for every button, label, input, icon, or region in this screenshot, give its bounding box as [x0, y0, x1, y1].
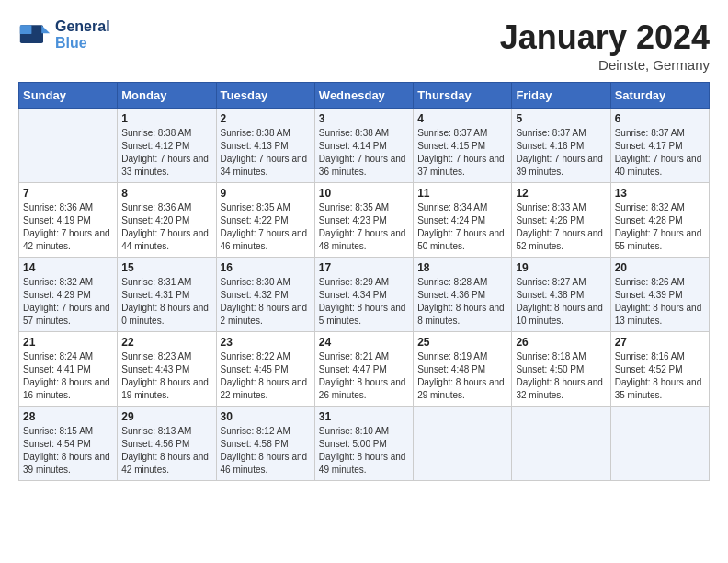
header-sunday: Sunday	[19, 83, 118, 109]
calendar-cell: 13Sunrise: 8:32 AMSunset: 4:28 PMDayligh…	[610, 183, 709, 258]
calendar-cell: 20Sunrise: 8:26 AMSunset: 4:39 PMDayligh…	[610, 258, 709, 332]
day-number: 27	[615, 336, 705, 349]
day-number: 6	[615, 112, 705, 125]
month-title: January 2024	[500, 18, 710, 57]
day-info: Sunrise: 8:10 AMSunset: 5:00 PMDaylight:…	[319, 425, 409, 477]
calendar-cell: 8Sunrise: 8:36 AMSunset: 4:20 PMDaylight…	[118, 183, 216, 258]
day-info: Sunrise: 8:36 AMSunset: 4:20 PMDaylight:…	[121, 201, 211, 253]
calendar-cell: 21Sunrise: 8:24 AMSunset: 4:41 PMDayligh…	[19, 332, 118, 407]
calendar-cell: 5Sunrise: 8:37 AMSunset: 4:16 PMDaylight…	[512, 109, 610, 183]
calendar-cell: 7Sunrise: 8:36 AMSunset: 4:19 PMDaylight…	[19, 183, 118, 258]
day-number: 21	[23, 336, 113, 349]
logo-text: General Blue	[55, 18, 110, 51]
day-number: 9	[221, 187, 311, 200]
day-info: Sunrise: 8:32 AMSunset: 4:29 PMDaylight:…	[23, 276, 113, 327]
day-info: Sunrise: 8:24 AMSunset: 4:41 PMDaylight:…	[23, 350, 113, 402]
calendar-cell: 16Sunrise: 8:30 AMSunset: 4:32 PMDayligh…	[216, 258, 314, 332]
day-number: 12	[516, 187, 606, 200]
day-info: Sunrise: 8:37 AMSunset: 4:16 PMDaylight:…	[516, 127, 606, 178]
day-info: Sunrise: 8:27 AMSunset: 4:38 PMDaylight:…	[516, 276, 606, 327]
calendar-cell	[19, 109, 118, 183]
calendar-cell: 19Sunrise: 8:27 AMSunset: 4:38 PMDayligh…	[512, 258, 610, 332]
day-number: 5	[516, 112, 606, 125]
calendar-cell	[512, 407, 610, 481]
logo-icon	[18, 18, 51, 52]
day-info: Sunrise: 8:34 AMSunset: 4:24 PMDaylight:…	[417, 201, 507, 253]
day-info: Sunrise: 8:19 AMSunset: 4:48 PMDaylight:…	[417, 350, 507, 402]
day-info: Sunrise: 8:32 AMSunset: 4:28 PMDaylight:…	[615, 201, 705, 253]
day-number: 19	[516, 261, 606, 274]
day-number: 30	[221, 410, 311, 423]
calendar-cell: 3Sunrise: 8:38 AMSunset: 4:14 PMDaylight…	[314, 109, 413, 183]
calendar-week-2: 7Sunrise: 8:36 AMSunset: 4:19 PMDaylight…	[19, 183, 710, 258]
day-number: 7	[23, 187, 113, 200]
calendar-cell: 1Sunrise: 8:38 AMSunset: 4:12 PMDaylight…	[118, 109, 216, 183]
day-info: Sunrise: 8:37 AMSunset: 4:15 PMDaylight:…	[417, 127, 507, 178]
calendar-cell: 6Sunrise: 8:37 AMSunset: 4:17 PMDaylight…	[610, 109, 709, 183]
day-number: 2	[221, 112, 311, 125]
day-number: 14	[23, 261, 113, 274]
day-number: 22	[121, 336, 211, 349]
day-number: 26	[516, 336, 606, 349]
calendar-cell	[414, 407, 512, 481]
calendar-cell	[610, 407, 709, 481]
day-info: Sunrise: 8:35 AMSunset: 4:23 PMDaylight:…	[319, 201, 409, 253]
calendar-week-4: 21Sunrise: 8:24 AMSunset: 4:41 PMDayligh…	[19, 332, 710, 407]
day-info: Sunrise: 8:23 AMSunset: 4:43 PMDaylight:…	[121, 350, 211, 402]
day-info: Sunrise: 8:38 AMSunset: 4:14 PMDaylight:…	[319, 127, 409, 178]
day-info: Sunrise: 8:12 AMSunset: 4:58 PMDaylight:…	[221, 425, 311, 477]
header-thursday: Thursday	[414, 83, 512, 109]
header-friday: Friday	[512, 83, 610, 109]
day-number: 17	[319, 261, 409, 274]
day-number: 10	[319, 187, 409, 200]
day-info: Sunrise: 8:13 AMSunset: 4:56 PMDaylight:…	[121, 425, 211, 477]
day-number: 4	[417, 112, 507, 125]
calendar-week-3: 14Sunrise: 8:32 AMSunset: 4:29 PMDayligh…	[19, 258, 710, 332]
header-saturday: Saturday	[610, 83, 709, 109]
day-info: Sunrise: 8:16 AMSunset: 4:52 PMDaylight:…	[615, 350, 705, 402]
day-info: Sunrise: 8:18 AMSunset: 4:50 PMDaylight:…	[516, 350, 606, 402]
calendar-cell: 31Sunrise: 8:10 AMSunset: 5:00 PMDayligh…	[314, 407, 413, 481]
page-header: General Blue January 2024 Deinste, Germa…	[18, 18, 710, 73]
calendar-cell: 15Sunrise: 8:31 AMSunset: 4:31 PMDayligh…	[118, 258, 216, 332]
title-block: January 2024 Deinste, Germany	[500, 18, 710, 73]
calendar-cell: 18Sunrise: 8:28 AMSunset: 4:36 PMDayligh…	[414, 258, 512, 332]
day-info: Sunrise: 8:38 AMSunset: 4:13 PMDaylight:…	[221, 127, 311, 178]
day-number: 15	[121, 261, 211, 274]
day-info: Sunrise: 8:30 AMSunset: 4:32 PMDaylight:…	[221, 276, 311, 327]
day-info: Sunrise: 8:38 AMSunset: 4:12 PMDaylight:…	[121, 127, 211, 178]
header-tuesday: Tuesday	[216, 83, 314, 109]
svg-rect-2	[20, 25, 32, 34]
day-info: Sunrise: 8:26 AMSunset: 4:39 PMDaylight:…	[615, 276, 705, 327]
day-number: 11	[417, 187, 507, 200]
day-number: 3	[319, 112, 409, 125]
day-number: 16	[221, 261, 311, 274]
calendar-cell: 23Sunrise: 8:22 AMSunset: 4:45 PMDayligh…	[216, 332, 314, 407]
header-monday: Monday	[118, 83, 216, 109]
calendar-table: SundayMondayTuesdayWednesdayThursdayFrid…	[18, 82, 710, 481]
calendar-cell: 14Sunrise: 8:32 AMSunset: 4:29 PMDayligh…	[19, 258, 118, 332]
day-info: Sunrise: 8:33 AMSunset: 4:26 PMDaylight:…	[516, 201, 606, 253]
calendar-cell: 29Sunrise: 8:13 AMSunset: 4:56 PMDayligh…	[118, 407, 216, 481]
day-info: Sunrise: 8:36 AMSunset: 4:19 PMDaylight:…	[23, 201, 113, 253]
day-number: 1	[121, 112, 211, 125]
day-info: Sunrise: 8:35 AMSunset: 4:22 PMDaylight:…	[221, 201, 311, 253]
calendar-week-5: 28Sunrise: 8:15 AMSunset: 4:54 PMDayligh…	[19, 407, 710, 481]
day-number: 23	[221, 336, 311, 349]
day-number: 13	[615, 187, 705, 200]
calendar-cell: 4Sunrise: 8:37 AMSunset: 4:15 PMDaylight…	[414, 109, 512, 183]
day-info: Sunrise: 8:29 AMSunset: 4:34 PMDaylight:…	[319, 276, 409, 327]
day-number: 31	[319, 410, 409, 423]
calendar-cell: 28Sunrise: 8:15 AMSunset: 4:54 PMDayligh…	[19, 407, 118, 481]
day-number: 29	[121, 410, 211, 423]
day-info: Sunrise: 8:21 AMSunset: 4:47 PMDaylight:…	[319, 350, 409, 402]
calendar-cell: 22Sunrise: 8:23 AMSunset: 4:43 PMDayligh…	[118, 332, 216, 407]
day-info: Sunrise: 8:22 AMSunset: 4:45 PMDaylight:…	[221, 350, 311, 402]
day-info: Sunrise: 8:28 AMSunset: 4:36 PMDaylight:…	[417, 276, 507, 327]
logo: General Blue	[18, 18, 110, 52]
day-number: 18	[417, 261, 507, 274]
calendar-cell: 30Sunrise: 8:12 AMSunset: 4:58 PMDayligh…	[216, 407, 314, 481]
calendar-cell: 12Sunrise: 8:33 AMSunset: 4:26 PMDayligh…	[512, 183, 610, 258]
calendar-cell: 9Sunrise: 8:35 AMSunset: 4:22 PMDaylight…	[216, 183, 314, 258]
calendar-cell: 2Sunrise: 8:38 AMSunset: 4:13 PMDaylight…	[216, 109, 314, 183]
